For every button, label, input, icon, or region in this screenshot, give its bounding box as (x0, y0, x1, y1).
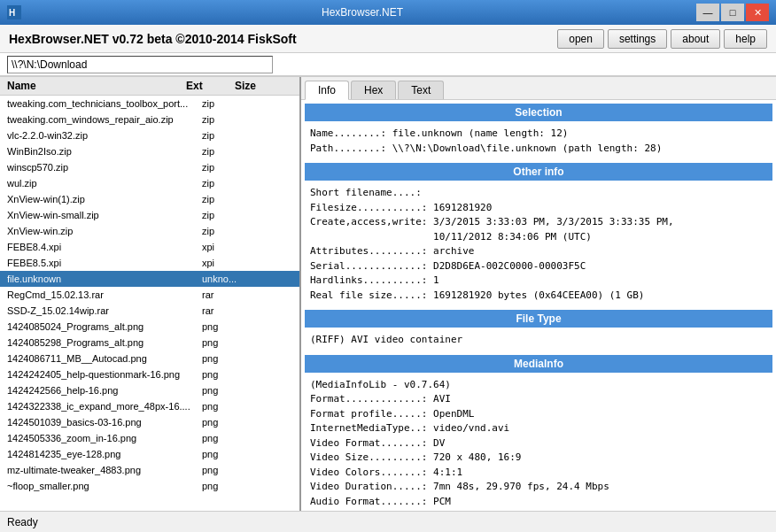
open-button[interactable]: open (557, 29, 604, 49)
tab-info[interactable]: Info (305, 81, 349, 100)
table-row[interactable]: XnView-win(1).zipzip (0, 191, 299, 207)
file-ext-cell: xpi (202, 258, 251, 268)
file-ext-cell: png (202, 337, 251, 348)
file-ext-cell: zip (202, 162, 251, 173)
file-ext-cell: png (202, 401, 251, 412)
file-name-cell: 1424085298_Programs_alt.png (0, 337, 202, 348)
file-ext-cell: zip (202, 210, 251, 220)
app-title: HexBrowser.NET v0.72 beta ©2010-2014 Fis… (9, 32, 297, 46)
section-content-mediaInfo: (MediaInfoLib - v0.7.64) Format.........… (305, 376, 772, 512)
table-row[interactable]: 1424322338_ic_expand_more_48px-16....png (0, 398, 299, 414)
file-ext-cell: unkno... (202, 274, 251, 284)
section-header-selection: Selection (305, 104, 772, 121)
file-ext-cell: png (202, 465, 251, 475)
file-name-cell: 1424501039_basics-03-16.png (0, 417, 202, 428)
file-name-cell: file.unknown (0, 274, 202, 284)
file-name-cell: RegCmd_15.02.13.rar (0, 289, 202, 300)
col-size-header: Size (235, 80, 283, 92)
help-button[interactable]: help (724, 29, 767, 49)
file-ext-cell: rar (202, 305, 251, 316)
file-name-cell: wul.zip (0, 178, 202, 189)
file-ext-cell: xpi (202, 242, 251, 252)
status-bar: Ready (0, 511, 776, 532)
file-ext-cell: png (202, 321, 251, 332)
file-name-cell: FEBE8.5.xpi (0, 258, 202, 268)
file-name-cell: winscp570.zip (0, 162, 202, 173)
table-row[interactable]: file.unknownunkno... (0, 271, 299, 287)
title-bar: H HexBrowser.NET — □ ✕ (0, 0, 776, 25)
status-text: Ready (7, 516, 38, 528)
table-row[interactable]: WinBin2Iso.zipzip (0, 143, 299, 159)
file-ext-cell: zip (202, 114, 251, 125)
toolbar-buttons: open settings about help (557, 29, 767, 49)
file-ext-cell: png (202, 369, 251, 380)
table-row[interactable]: vlc-2.2.0-win32.zipzip (0, 127, 299, 143)
path-input[interactable] (7, 56, 273, 73)
file-name-cell: tweaking.com_windows_repair_aio.zip (0, 114, 202, 125)
table-row[interactable]: 1424505336_zoom_in-16.pngpng (0, 430, 299, 446)
file-name-cell: XnView-win.zip (0, 226, 202, 236)
file-list-header: Name Ext Size (0, 77, 299, 96)
info-panel: Info Hex Text SelectionName........: fil… (301, 77, 776, 511)
file-list[interactable]: tweaking.com_technicians_toolbox_port...… (0, 96, 299, 511)
file-name-cell: vlc-2.2.0-win32.zip (0, 130, 202, 141)
file-name-cell: XnView-win-small.zip (0, 210, 202, 220)
app-icon: H (7, 5, 21, 19)
window-controls: — □ ✕ (696, 4, 769, 21)
file-name-cell: FEBE8.4.xpi (0, 242, 202, 252)
file-ext-cell: zip (202, 226, 251, 236)
file-ext-cell: rar (202, 289, 251, 300)
settings-button[interactable]: settings (608, 29, 667, 49)
table-row[interactable]: FEBE8.5.xpixpi (0, 255, 299, 271)
section-header-fileType: File Type (305, 310, 772, 328)
tab-hex[interactable]: Hex (351, 81, 396, 99)
close-button[interactable]: ✕ (746, 4, 769, 21)
file-name-cell: 1424322338_ic_expand_more_48px-16.... (0, 401, 202, 412)
table-row[interactable]: winscp570.zipzip (0, 159, 299, 175)
file-ext-cell: png (202, 449, 251, 459)
maximize-button[interactable]: □ (721, 4, 744, 21)
table-row[interactable]: FEBE8.4.xpixpi (0, 239, 299, 255)
table-row[interactable]: RegCmd_15.02.13.rarrar (0, 287, 299, 303)
table-row[interactable]: tweaking.com_windows_repair_aio.zipzip (0, 112, 299, 127)
section-header-mediaInfo: MediaInfo (305, 355, 772, 373)
file-ext-cell: zip (202, 98, 251, 109)
file-ext-cell: png (202, 433, 251, 443)
table-row[interactable]: XnView-win-small.zipzip (0, 207, 299, 223)
table-row[interactable]: 1424501039_basics-03-16.pngpng (0, 414, 299, 430)
col-name-header: Name (0, 80, 186, 92)
file-name-cell: 1424085024_Programs_alt.png (0, 321, 202, 332)
file-name-cell: 1424505336_zoom_in-16.png (0, 433, 202, 443)
table-row[interactable]: 1424086711_MB__Autocad.pngpng (0, 351, 299, 366)
menu-bar: HexBrowser.NET v0.72 beta ©2010-2014 Fis… (0, 25, 776, 53)
about-button[interactable]: about (671, 29, 720, 49)
table-row[interactable]: XnView-win.zipzip (0, 223, 299, 239)
table-row[interactable]: mz-ultimate-tweaker_4883.pngpng (0, 462, 299, 478)
table-row[interactable]: 1424242405_help-questionmark-16.pngpng (0, 366, 299, 382)
file-ext-cell: zip (202, 194, 251, 204)
file-name-cell: WinBin2Iso.zip (0, 146, 202, 157)
file-ext-cell: zip (202, 146, 251, 157)
file-name-cell: 1424242405_help-questionmark-16.png (0, 369, 202, 380)
file-ext-cell: png (202, 353, 251, 364)
info-content[interactable]: SelectionName........: file.unknown (nam… (301, 100, 776, 511)
table-row[interactable]: 1424814235_eye-128.pngpng (0, 446, 299, 462)
file-ext-cell: zip (202, 178, 251, 189)
table-row[interactable]: 1424085024_Programs_alt.pngpng (0, 319, 299, 335)
file-name-cell: tweaking.com_technicians_toolbox_port... (0, 98, 202, 109)
file-name-cell: SSD-Z_15.02.14wip.rar (0, 305, 202, 316)
file-panel: Name Ext Size tweaking.com_technicians_t… (0, 77, 301, 511)
file-ext-cell: png (202, 481, 251, 491)
window-title: HexBrowser.NET (28, 6, 696, 19)
file-ext-cell: png (202, 385, 251, 396)
minimize-button[interactable]: — (696, 4, 719, 21)
table-row[interactable]: SSD-Z_15.02.14wip.rarrar (0, 303, 299, 319)
file-ext-cell: zip (202, 130, 251, 141)
table-row[interactable]: tweaking.com_technicians_toolbox_port...… (0, 96, 299, 112)
file-name-cell: 1424086711_MB__Autocad.png (0, 353, 202, 364)
table-row[interactable]: wul.zipzip (0, 175, 299, 191)
table-row[interactable]: ~floop_smaller.pngpng (0, 478, 299, 494)
table-row[interactable]: 1424242566_help-16.pngpng (0, 382, 299, 398)
table-row[interactable]: 1424085298_Programs_alt.pngpng (0, 335, 299, 351)
tab-text[interactable]: Text (398, 81, 444, 99)
